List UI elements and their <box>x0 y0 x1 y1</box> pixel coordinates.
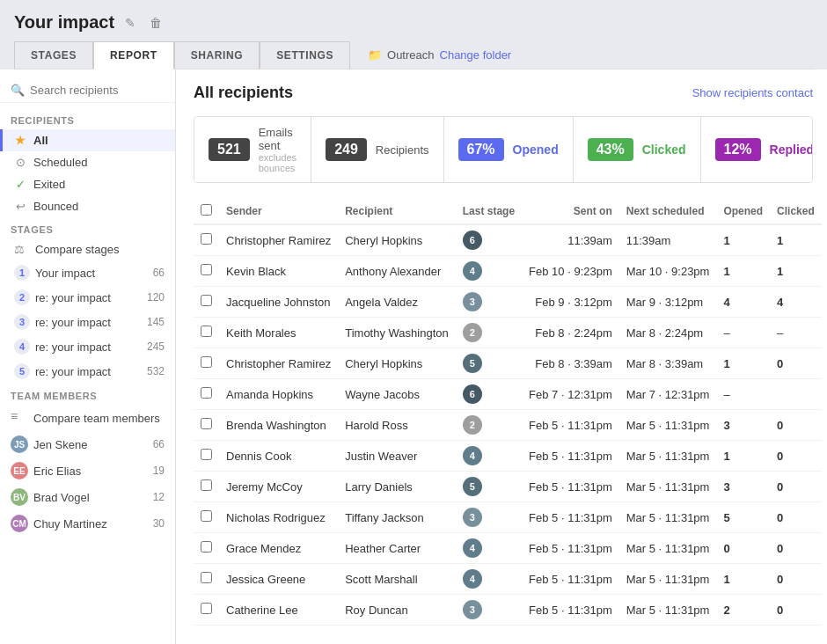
opened-cell-4: 1 <box>716 348 770 379</box>
select-all-checkbox[interactable] <box>201 204 212 216</box>
sender-cell-8: Jeremy McCoy <box>219 472 338 502</box>
folder-icon: 📁 <box>368 48 382 62</box>
tab-settings[interactable]: SETTINGS <box>260 41 350 69</box>
row-checkbox-cell-11[interactable] <box>194 564 219 595</box>
row-checkbox-9[interactable] <box>201 510 212 522</box>
stage-3-count: 145 <box>147 316 165 328</box>
clicked-cell-8: 0 <box>770 472 822 502</box>
team-brad-item[interactable]: BV Brad Vogel 12 <box>0 484 175 510</box>
opened-label: Opened <box>513 143 559 157</box>
content-title: All recipients <box>194 84 293 102</box>
sender-cell-12: Catherine Lee <box>219 595 338 626</box>
bounce-icon: ↩ <box>13 200 27 213</box>
recipient-cell-12: Roy Duncan <box>338 595 456 626</box>
opened-cell-7: 1 <box>716 441 770 472</box>
table-header-row: Sender Recipient Last stage Sent on Next… <box>194 199 822 224</box>
row-checkbox-cell-2[interactable] <box>194 287 219 318</box>
next-scheduled-cell-3: Mar 8 · 2:24pm <box>619 318 717 348</box>
delete-button[interactable]: 🗑 <box>146 14 165 32</box>
sidebar-item-exited[interactable]: ✓ Exited <box>0 173 175 195</box>
next-scheduled-cell-0: 11:39am <box>619 224 717 256</box>
row-checkbox-7[interactable] <box>201 449 212 460</box>
row-checkbox-10[interactable] <box>201 541 212 553</box>
stage-cell-2: 3 <box>456 287 522 318</box>
show-contact-button[interactable]: Show recipients contact <box>692 86 813 99</box>
stage-item-compare[interactable]: ⚖ Compare stages <box>0 238 175 260</box>
stage-num-1: 1 <box>14 265 30 281</box>
team-chuy-item[interactable]: CM Chuy Martinez 30 <box>0 510 175 537</box>
eric-count: 19 <box>153 465 165 477</box>
row-checkbox-cell-5[interactable] <box>194 379 219 410</box>
sent-on-cell-3: Feb 8 · 2:24pm <box>522 318 619 348</box>
stage-cell-8: 5 <box>456 472 522 502</box>
sidebar-item-scheduled-label: Scheduled <box>33 156 87 169</box>
sent-on-cell-9: Feb 5 · 11:31pm <box>522 502 619 533</box>
row-checkbox-cell-8[interactable] <box>194 472 219 502</box>
table-row: Jessica Greene Scott Marshall 4 Feb 5 · … <box>194 564 822 595</box>
stage-num-5: 5 <box>14 363 30 379</box>
next-scheduled-cell-9: Mar 5 · 11:31pm <box>619 502 717 533</box>
row-checkbox-0[interactable] <box>201 233 212 245</box>
stage-item-3[interactable]: 3 re: your impact 145 <box>0 310 175 334</box>
row-checkbox-cell-3[interactable] <box>194 318 219 348</box>
sidebar-item-exited-label: Exited <box>33 178 65 191</box>
team-eric-item[interactable]: EE Eric Elias 19 <box>0 457 175 484</box>
team-jen-item[interactable]: JS Jen Skene 66 <box>0 431 175 457</box>
next-scheduled-cell-6: Mar 5 · 11:31pm <box>619 410 717 441</box>
recipient-cell-1: Anthony Alexander <box>338 256 456 287</box>
table-row: Kevin Black Anthony Alexander 4 Feb 10 ·… <box>194 256 822 287</box>
stage-num-2: 2 <box>14 289 30 305</box>
opened-cell-1: 1 <box>716 256 770 287</box>
row-checkbox-cell-1[interactable] <box>194 256 219 287</box>
row-checkbox-cell-12[interactable] <box>194 595 219 626</box>
next-scheduled-cell-5: Mar 7 · 12:31pm <box>619 379 717 410</box>
clicked-cell-11: 0 <box>770 564 822 595</box>
stage-5-label: re: your impact <box>35 365 111 378</box>
next-scheduled-cell-11: Mar 5 · 11:31pm <box>619 564 717 595</box>
row-checkbox-8[interactable] <box>201 479 212 491</box>
table-row: Dennis Cook Justin Weaver 4 Feb 5 · 11:3… <box>194 441 822 472</box>
stat-clicked: 43% Clicked <box>574 117 701 182</box>
tab-stages[interactable]: STAGES <box>14 41 93 69</box>
row-checkbox-cell-9[interactable] <box>194 502 219 533</box>
row-checkbox-cell-4[interactable] <box>194 348 219 379</box>
stage-num-3: 3 <box>14 314 30 330</box>
stage-5-count: 532 <box>147 365 165 377</box>
row-checkbox-12[interactable] <box>201 603 212 614</box>
next-scheduled-cell-4: Mar 8 · 3:39am <box>619 348 717 379</box>
sidebar-item-scheduled[interactable]: ⊙ Scheduled <box>0 151 175 173</box>
table-row: Jeremy McCoy Larry Daniels 5 Feb 5 · 11:… <box>194 472 822 502</box>
row-checkbox-cell-6[interactable] <box>194 410 219 441</box>
sender-cell-10: Grace Mendez <box>219 533 338 564</box>
tab-report[interactable]: REPORT <box>93 41 174 70</box>
jen-label: Jen Skene <box>33 438 87 451</box>
row-checkbox-cell-10[interactable] <box>194 533 219 564</box>
stage-item-4[interactable]: 4 re: your impact 245 <box>0 334 175 359</box>
row-checkbox-cell-0[interactable] <box>194 224 219 256</box>
clicked-label: Clicked <box>642 143 686 157</box>
row-checkbox-6[interactable] <box>201 418 212 429</box>
sidebar-item-bounced[interactable]: ↩ Bounced <box>0 195 175 217</box>
row-checkbox-cell-7[interactable] <box>194 441 219 472</box>
star-icon: ★ <box>13 134 27 147</box>
table-row: Grace Mendez Heather Carter 4 Feb 5 · 11… <box>194 533 822 564</box>
row-checkbox-4[interactable] <box>201 356 212 368</box>
sidebar-item-all[interactable]: ★ All <box>0 129 175 151</box>
row-checkbox-3[interactable] <box>201 326 212 337</box>
row-checkbox-11[interactable] <box>201 572 212 583</box>
row-checkbox-2[interactable] <box>201 295 212 306</box>
edit-button[interactable]: ✎ <box>121 14 139 32</box>
search-input[interactable] <box>30 84 165 97</box>
stage-item-1[interactable]: 1 Your impact 66 <box>0 260 175 285</box>
stage-item-5[interactable]: 5 re: your impact 532 <box>0 359 175 384</box>
row-checkbox-1[interactable] <box>201 264 212 275</box>
table-row: Jacqueline Johnston Angela Valdez 3 Feb … <box>194 287 822 318</box>
recipient-cell-9: Tiffany Jackson <box>338 502 456 533</box>
stage-item-2[interactable]: 2 re: your impact 120 <box>0 285 175 310</box>
change-folder-link[interactable]: Change folder <box>440 48 512 62</box>
row-checkbox-5[interactable] <box>201 387 212 399</box>
next-scheduled-cell-7: Mar 5 · 11:31pm <box>619 441 717 472</box>
opened-cell-9: 5 <box>716 502 770 533</box>
team-compare-item[interactable]: ≡ Compare team members <box>0 405 175 431</box>
tab-sharing[interactable]: SHARING <box>174 41 260 69</box>
